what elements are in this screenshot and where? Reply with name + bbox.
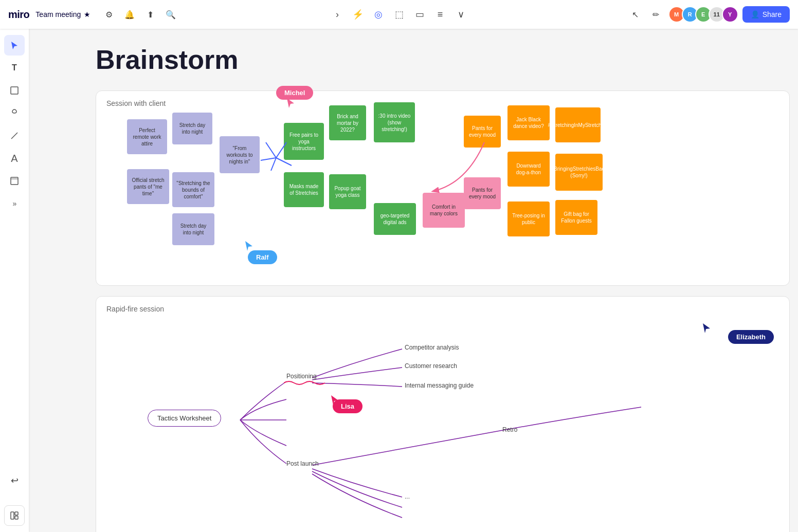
pen-tool-icon[interactable]: ✏: [648, 6, 664, 23]
expand-button[interactable]: ›: [328, 5, 347, 24]
sticky-s2[interactable]: Stretch day into night: [172, 113, 212, 144]
share-button[interactable]: 👤 Share: [742, 6, 790, 23]
select-tool[interactable]: [4, 35, 25, 56]
frame-session: Session with client Perfect remote work …: [96, 90, 790, 286]
topbar-right: ↖ ✏ M R E 11 Y 👤 Share: [627, 6, 790, 23]
frame-button[interactable]: ⬚: [390, 5, 408, 24]
sticky-s13[interactable]: Comfort in many colors: [423, 193, 465, 228]
mindmap-retro: Retro: [502, 426, 517, 433]
mindmap-center-node[interactable]: Tactics Worksheet: [148, 410, 221, 427]
elizabeth-label: Elizabeth: [728, 330, 774, 344]
shapes-tool[interactable]: [4, 103, 25, 123]
sticky-s16[interactable]: Jack Black dance video?: [507, 105, 550, 140]
sticky-s4[interactable]: "Stretching the bounds of comfort": [172, 172, 214, 207]
sticky-s8[interactable]: Brick and mortar by 2022?: [329, 105, 366, 140]
share-person-icon: 👤: [751, 10, 759, 19]
canvas[interactable]: Brainstorm Session with client Perfect r…: [29, 29, 798, 532]
sticky-s1[interactable]: Perfect remote work attire: [127, 119, 167, 154]
present-button[interactable]: ▭: [410, 5, 429, 24]
sticky-s12[interactable]: geo-targeted digital ads: [374, 203, 416, 235]
sticky-s11[interactable]: :30 intro video (show stretching!): [374, 102, 415, 142]
sticky-s21[interactable]: Gift bag for Fallon guests: [555, 200, 597, 235]
svg-rect-5: [15, 512, 18, 515]
lisa-label: Lisa: [333, 399, 362, 413]
frame-session-label: Session with client: [96, 91, 789, 107]
notification-icon[interactable]: 🔔: [121, 6, 138, 23]
text2-tool[interactable]: A: [4, 148, 25, 169]
sticky-s6[interactable]: Stretch day into night: [172, 213, 214, 245]
more-tools[interactable]: »: [4, 193, 25, 214]
svg-rect-2: [11, 177, 18, 185]
sticky-s14[interactable]: Pants for every mood: [464, 116, 501, 148]
lightning-button[interactable]: ⚡: [349, 5, 367, 24]
settings-icon[interactable]: ⚙: [101, 6, 117, 23]
timer-button[interactable]: ◎: [369, 5, 388, 24]
text-tool[interactable]: T: [4, 58, 25, 78]
cursor-tool-icon[interactable]: ↖: [627, 6, 644, 23]
sticky-s18[interactable]: Downward dog-a-thon: [507, 152, 550, 187]
michel-label: Michel: [276, 86, 313, 100]
sticky-s3[interactable]: Official stretch pants of "me time": [127, 169, 169, 204]
page-title: Brainstorm: [96, 44, 238, 75]
elizabeth-cursor-area: [702, 322, 712, 337]
sticky-tool[interactable]: [4, 80, 25, 101]
frame-tool[interactable]: [4, 171, 25, 191]
topbar-center: › ⚡ ◎ ⬚ ▭ ≡ ∨: [328, 5, 470, 24]
line-tool[interactable]: [4, 125, 25, 146]
board-name[interactable]: Team meeting ★: [35, 10, 90, 19]
svg-line-7: [266, 142, 276, 158]
star-icon[interactable]: ★: [84, 10, 90, 19]
topbar-icons: ⚙ 🔔 ⬆ 🔍: [101, 6, 179, 23]
mindmap-dots: ...: [405, 493, 410, 500]
svg-line-1: [11, 133, 17, 139]
wavy-decoration: [284, 380, 330, 386]
search-icon[interactable]: 🔍: [162, 6, 179, 23]
topbar: miro Team meeting ★ ⚙ 🔔 ⬆ 🔍 › ⚡ ◎ ⬚ ▭ ≡ …: [0, 0, 798, 29]
svg-line-9: [261, 158, 276, 160]
sticky-s17[interactable]: #StretchingInMyStretchies: [555, 107, 601, 142]
svg-rect-4: [11, 512, 14, 519]
svg-rect-6: [15, 516, 18, 519]
sticky-s20[interactable]: Tree-posing in public: [507, 201, 550, 236]
frame-rapidfire: Rapid-fire session Elizabeth Lisa: [96, 296, 790, 532]
sticky-s5[interactable]: "From workouts to nights in": [220, 136, 260, 173]
frame-rapidfire-label: Rapid-fire session: [96, 297, 789, 313]
sticky-s15[interactable]: Pants for every mood: [464, 177, 501, 209]
sidebar: T A » ↩: [0, 29, 29, 532]
undo-tool[interactable]: ↩: [4, 470, 25, 491]
svg-line-11: [271, 158, 276, 171]
mindmap-messaging: Internal messaging guide: [405, 382, 474, 389]
mindmap-positioning: Positioning: [286, 373, 317, 380]
sticky-s10[interactable]: Popup goat yoga class: [329, 174, 366, 209]
sticky-s7[interactable]: Free pairs to yoga instructors: [284, 123, 324, 160]
ralf-label: Ralf: [248, 250, 277, 264]
more-button[interactable]: ∨: [451, 5, 470, 24]
avatar-self: Y: [722, 6, 738, 23]
miro-logo: miro: [8, 9, 29, 21]
mindmap-competitor: Competitor analysis: [405, 344, 459, 351]
sticky-s19[interactable]: #BringingStretchiesBack (Sorry!): [555, 154, 603, 191]
list-button[interactable]: ≡: [431, 5, 449, 24]
topbar-left: miro Team meeting ★ ⚙ 🔔 ⬆ 🔍: [8, 6, 179, 23]
mindmap-customer: Customer research: [405, 362, 457, 370]
share-icon[interactable]: ⬆: [142, 6, 158, 23]
mindmap-postlaunch: Post launch: [286, 460, 319, 467]
sticky-s9[interactable]: Masks made of Stretchies: [284, 172, 324, 207]
panel-tool[interactable]: [4, 505, 25, 526]
svg-rect-0: [11, 87, 18, 94]
avatar-group: M R E 11 Y: [668, 6, 738, 23]
elizabeth-cursor-arrow: [702, 322, 712, 335]
